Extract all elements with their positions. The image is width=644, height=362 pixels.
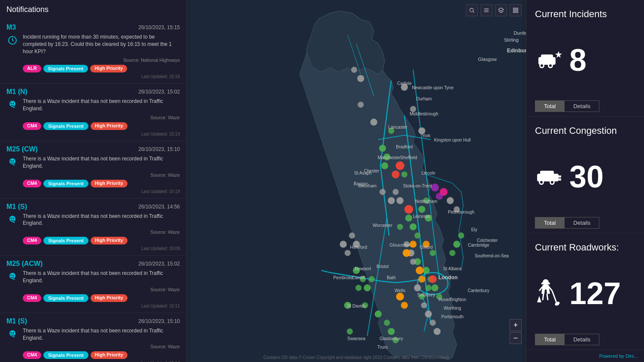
tag: Signals Present	[43, 294, 88, 302]
zoom-out-btn[interactable]: −	[510, 332, 522, 344]
notification-icon	[6, 34, 18, 46]
roadworks-title: Current Roadworks:	[535, 242, 635, 253]
congestion-buttons: Total Details	[535, 217, 635, 229]
notification-header: M3 26/10/2023, 15:15	[6, 24, 180, 31]
notification-item[interactable]: M25 (ACW) 26/10/2023, 15:02 There is a W…	[0, 256, 186, 313]
svg-rect-27	[513, 8, 515, 10]
tag: ALR	[23, 65, 41, 72]
incidents-total-btn[interactable]: Total	[535, 100, 564, 112]
notification-time: 26/10/2023, 15:10	[138, 318, 180, 324]
tag: High Priority	[91, 237, 128, 244]
svg-point-107	[440, 188, 447, 196]
tag: CM4	[23, 237, 41, 244]
svg-text:Stirling: Stirling	[504, 37, 519, 42]
svg-text:St Asaph: St Asaph	[354, 171, 372, 175]
svg-text:Gloucester: Gloucester	[389, 243, 411, 247]
notification-road: M25 (CW)	[6, 145, 38, 153]
svg-text:Dunfermline: Dunfermline	[513, 30, 526, 36]
svg-text:Durham: Durham	[416, 97, 432, 101]
roadworks-total-btn[interactable]: Total	[535, 334, 564, 345]
roadworks-details-btn[interactable]: Details	[564, 334, 599, 345]
svg-point-58	[355, 285, 361, 291]
tag: High Priority	[91, 122, 128, 130]
svg-marker-162	[555, 51, 562, 58]
notification-header: M25 (CW) 26/10/2023, 15:10	[6, 145, 180, 153]
svg-point-98	[403, 249, 410, 257]
svg-point-88	[345, 250, 351, 256]
svg-point-80	[410, 259, 416, 265]
tag: Signals Present	[43, 65, 88, 72]
layers-tool-btn[interactable]	[495, 4, 507, 16]
svg-point-34	[379, 145, 386, 152]
svg-point-60	[375, 311, 382, 317]
notification-item[interactable]: M1 (N) 26/10/2023, 15:02 There is a Waze…	[0, 84, 186, 141]
congestion-total-btn[interactable]: Total	[535, 217, 564, 229]
tag: High Priority	[90, 65, 127, 72]
tag: Signals Present	[43, 237, 88, 244]
svg-point-35	[381, 162, 388, 169]
svg-point-64	[347, 329, 353, 335]
notification-tags: CM4Signals PresentHigh Priority	[23, 122, 180, 130]
notification-source: Source: Waze	[23, 172, 180, 178]
svg-point-95	[392, 171, 399, 178]
notification-content: Incident running for more than 30 minute…	[23, 33, 180, 79]
svg-text:Canterbury: Canterbury	[468, 288, 490, 293]
search-tool-btn[interactable]	[466, 4, 478, 16]
zoom-in-btn[interactable]: +	[510, 319, 522, 331]
svg-line-174	[552, 291, 556, 302]
svg-point-47	[423, 267, 430, 274]
list-tool-btn[interactable]	[480, 4, 492, 16]
notification-item[interactable]: M3 26/10/2023, 15:15 Incident running fo…	[0, 19, 186, 84]
svg-point-14	[13, 275, 14, 276]
svg-rect-164	[540, 171, 554, 176]
svg-point-82	[421, 302, 427, 308]
notification-item[interactable]: M1 (S) 26/10/2023, 14:56 There is a Waze…	[0, 199, 186, 256]
svg-point-168	[551, 181, 553, 184]
svg-text:York: York	[422, 133, 431, 138]
svg-text:Southend-on-Sea: Southend-on-Sea	[474, 253, 509, 258]
svg-text:Hereford: Hereford	[350, 245, 367, 250]
notification-text: Incident running for more than 30 minute…	[23, 33, 180, 55]
grid-tool-btn[interactable]	[510, 4, 522, 16]
notification-item[interactable]: M1 (S) 26/10/2023, 15:10 There is a Waze…	[0, 313, 186, 362]
svg-point-166	[540, 181, 543, 184]
svg-point-61	[384, 320, 390, 326]
notification-item[interactable]: M25 (CW) 26/10/2023, 15:10 There is a Wa…	[0, 141, 186, 199]
svg-rect-170	[559, 178, 561, 181]
svg-text:Oxford: Oxford	[419, 245, 432, 250]
svg-point-91	[447, 197, 453, 204]
notification-header: M25 (ACW) 26/10/2023, 15:02	[6, 260, 180, 268]
svg-point-84	[430, 320, 436, 326]
svg-point-100	[416, 266, 423, 274]
svg-point-55	[364, 284, 371, 291]
svg-point-4	[11, 103, 12, 104]
svg-point-8	[13, 160, 14, 161]
notification-header: M1 (S) 26/10/2023, 14:56	[6, 203, 180, 211]
tag: Signals Present	[43, 351, 88, 359]
svg-point-10	[11, 217, 12, 219]
svg-point-105	[431, 184, 439, 191]
svg-point-93	[357, 75, 364, 82]
svg-text:St Albans: St Albans	[443, 266, 462, 271]
notification-content: There is a Waze incident that has not be…	[23, 270, 180, 308]
notification-source: Source: National Highways	[23, 57, 180, 63]
notification-content: There is a Waze incident that has not be…	[23, 327, 180, 362]
stats-panel: Current Incidents 8 Total Details	[526, 0, 644, 362]
incidents-details-btn[interactable]: Details	[564, 100, 599, 112]
congestion-details-btn[interactable]: Details	[564, 217, 599, 229]
svg-rect-157	[541, 54, 553, 60]
svg-point-96	[404, 205, 413, 214]
tag: High Priority	[91, 294, 128, 302]
roadworks-display: 127	[535, 256, 635, 330]
svg-text:Wrexham: Wrexham	[358, 184, 377, 188]
svg-text:Newport: Newport	[355, 266, 371, 271]
incidents-block: Current Incidents 8 Total Details	[526, 0, 644, 117]
notification-tags: ALRSignals PresentHigh Priority	[23, 65, 180, 72]
svg-text:Truro: Truro	[377, 345, 388, 350]
map-panel[interactable]: Stirling Dunfermline Edinburgh Glasgow C…	[187, 0, 526, 362]
notification-header: M1 (S) 26/10/2023, 15:10	[6, 317, 180, 325]
svg-text:Lincoln: Lincoln	[422, 171, 435, 175]
notification-text: There is a Waze incident that has not be…	[23, 98, 180, 112]
svg-rect-29	[513, 11, 515, 12]
svg-point-97	[429, 275, 437, 283]
